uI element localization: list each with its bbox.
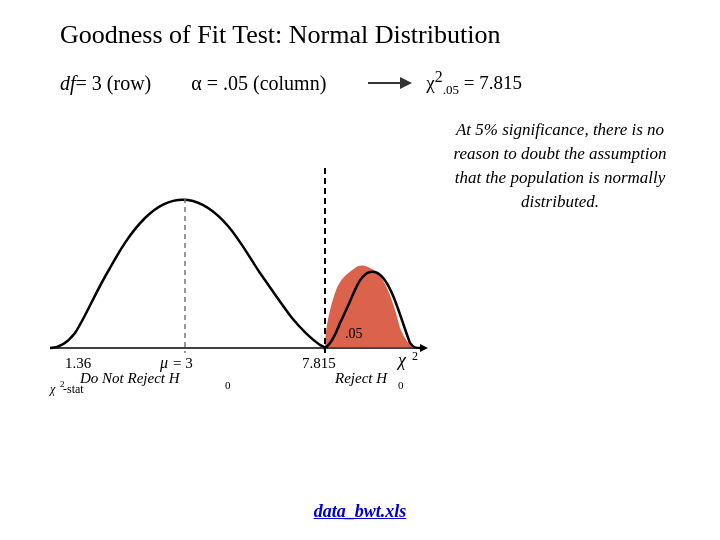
- svg-text:= 3: = 3: [173, 355, 193, 371]
- svg-text:7.815: 7.815: [302, 355, 336, 371]
- df-label: df: [60, 72, 76, 94]
- svg-text:χ: χ: [49, 382, 56, 396]
- arrow-icon: [366, 73, 416, 93]
- svg-marker-2: [420, 344, 428, 352]
- svg-text:Reject H: Reject H: [334, 370, 388, 386]
- chi-formula: χ2.05 = 7.815: [426, 68, 522, 98]
- svg-text:-stat: -stat: [63, 382, 84, 396]
- svg-text:.05: .05: [345, 326, 363, 341]
- params-row: df= 3 (row) α = .05 (column) χ2.05 = 7.8…: [60, 68, 690, 98]
- df-value: = 3 (row): [76, 72, 152, 94]
- distribution-chart: Do Not Reject H 0 Reject H 0 .05 1.36 μ …: [30, 108, 430, 398]
- svg-text:Do Not Reject H: Do Not Reject H: [79, 370, 181, 386]
- svg-text:0: 0: [398, 379, 404, 391]
- arrow-chi-section: χ2.05 = 7.815: [366, 68, 522, 98]
- svg-text:χ: χ: [396, 350, 407, 370]
- svg-text:0: 0: [225, 379, 231, 391]
- svg-text:2: 2: [412, 349, 418, 363]
- annotation-box: At 5% significance, there is no reason t…: [450, 118, 670, 213]
- svg-text:1.36: 1.36: [65, 355, 92, 371]
- chart-area: Do Not Reject H 0 Reject H 0 .05 1.36 μ …: [30, 108, 430, 408]
- page-container: Goodness of Fit Test: Normal Distributio…: [0, 0, 720, 540]
- main-content: Do Not Reject H 0 Reject H 0 .05 1.36 μ …: [30, 108, 690, 408]
- df-param: df= 3 (row): [60, 72, 151, 95]
- annotation-text: At 5% significance, there is no reason t…: [454, 120, 667, 210]
- page-title: Goodness of Fit Test: Normal Distributio…: [60, 20, 690, 50]
- data-link[interactable]: data_bwt.xls: [314, 501, 407, 522]
- svg-text:μ: μ: [159, 354, 168, 372]
- alpha-param: α = .05 (column): [191, 72, 326, 95]
- alpha-label: α = .05 (column): [191, 72, 326, 94]
